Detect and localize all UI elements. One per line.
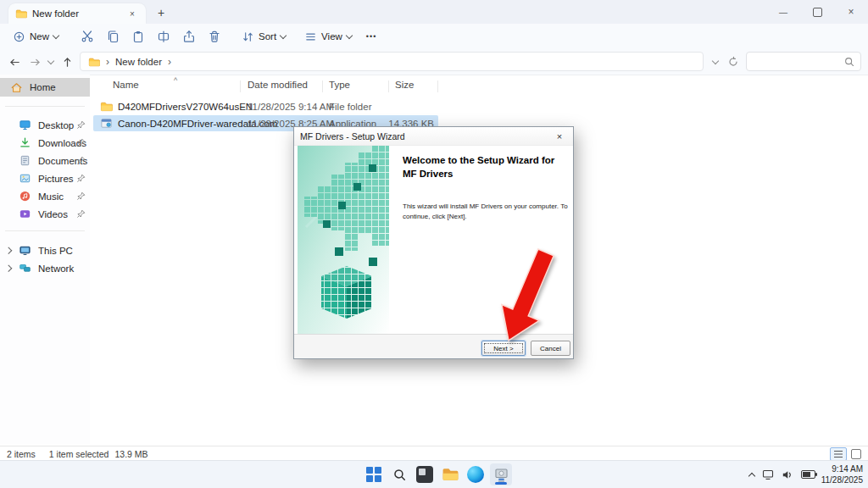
clock-time: 9:14 AM bbox=[821, 463, 863, 474]
column-header-type[interactable]: Type bbox=[329, 80, 350, 90]
setup-wizard-app-icon bbox=[493, 467, 509, 483]
new-button[interactable]: New bbox=[7, 26, 64, 47]
share-button[interactable] bbox=[176, 26, 202, 47]
rename-button[interactable] bbox=[151, 26, 176, 47]
clock-date: 11/28/2025 bbox=[821, 474, 863, 485]
search-button[interactable] bbox=[388, 463, 410, 485]
close-button[interactable]: × bbox=[834, 0, 868, 24]
chevron-right-icon[interactable] bbox=[5, 247, 12, 254]
chevron-right-icon[interactable] bbox=[5, 265, 12, 272]
sidebar-item-music[interactable]: Music bbox=[0, 187, 90, 205]
network-icon[interactable] bbox=[762, 469, 774, 480]
column-separator bbox=[240, 80, 241, 92]
setup-wizard-dialog: MF Drivers - Setup Wizard × bbox=[293, 126, 574, 359]
pin-icon bbox=[76, 156, 86, 167]
delete-button[interactable] bbox=[202, 26, 227, 47]
taskbar-center-icons bbox=[363, 463, 512, 485]
sidebar-divider bbox=[5, 106, 85, 107]
cut-button[interactable] bbox=[75, 26, 100, 47]
view-button-label: View bbox=[321, 31, 342, 42]
this-pc-icon bbox=[19, 244, 31, 257]
items-count: 2 items bbox=[7, 449, 36, 459]
chevron-down-icon bbox=[280, 31, 287, 38]
file-explorer-button[interactable] bbox=[439, 463, 461, 485]
recent-locations-button[interactable] bbox=[44, 53, 58, 71]
column-headers: Name ^ Date modified Type Size bbox=[93, 78, 868, 95]
up-button[interactable] bbox=[58, 53, 76, 71]
tray-chevron-up-icon[interactable] bbox=[748, 472, 755, 479]
sidebar-item-this-pc[interactable]: This PC bbox=[0, 241, 90, 259]
photos-app-button[interactable] bbox=[414, 463, 436, 485]
column-separator bbox=[437, 80, 438, 92]
start-button[interactable] bbox=[363, 463, 385, 485]
file-row[interactable]: D420MFDriversV270W64usEN 11/28/2025 9:14… bbox=[93, 98, 438, 114]
explorer-toolbar: New Sort bbox=[0, 24, 868, 50]
sidebar-item-home[interactable]: Home bbox=[0, 78, 90, 97]
search-input[interactable] bbox=[746, 52, 861, 71]
taskbar-clock[interactable]: 9:14 AM 11/28/2025 bbox=[821, 463, 863, 485]
edge-button[interactable] bbox=[465, 463, 487, 485]
sidebar-item-documents[interactable]: Documents bbox=[0, 152, 90, 169]
sidebar-item-videos[interactable]: Videos bbox=[0, 205, 90, 223]
refresh-icon bbox=[727, 56, 739, 68]
scissors-icon bbox=[81, 30, 94, 43]
dialog-footer: Next > Cancel bbox=[294, 334, 573, 358]
tab-title: New folder bbox=[32, 8, 120, 19]
sidebar-item-label: Network bbox=[38, 263, 74, 274]
dialog-close-button[interactable]: × bbox=[552, 130, 567, 143]
desktop-icon bbox=[19, 119, 31, 131]
refresh-button[interactable] bbox=[724, 53, 743, 71]
explorer-tab[interactable]: New folder × bbox=[8, 3, 146, 24]
forward-button[interactable] bbox=[25, 53, 44, 71]
photos-app-icon bbox=[416, 466, 433, 483]
wizard-artwork bbox=[298, 146, 389, 334]
new-button-label: New bbox=[30, 31, 49, 42]
details-view-icon bbox=[833, 450, 843, 458]
battery-icon[interactable] bbox=[801, 470, 815, 479]
column-header-size[interactable]: Size bbox=[395, 80, 414, 90]
details-view-button[interactable] bbox=[830, 447, 847, 461]
view-button[interactable]: View bbox=[298, 26, 358, 47]
sidebar-item-downloads[interactable]: Downloads bbox=[0, 134, 90, 152]
breadcrumb-location[interactable]: New folder bbox=[115, 57, 162, 67]
sort-button[interactable]: Sort bbox=[236, 26, 292, 47]
home-icon bbox=[10, 81, 23, 94]
sidebar-item-network[interactable]: Network bbox=[0, 259, 90, 277]
column-header-name[interactable]: Name bbox=[113, 80, 139, 90]
dialog-titlebar[interactable]: MF Drivers - Setup Wizard × bbox=[294, 127, 573, 146]
copy-icon bbox=[106, 30, 120, 43]
sidebar-item-pictures[interactable]: Pictures bbox=[0, 169, 90, 187]
folder-icon bbox=[100, 100, 113, 113]
breadcrumb-separator: › bbox=[168, 56, 171, 68]
view-lines-icon bbox=[304, 30, 317, 43]
icons-view-button[interactable] bbox=[851, 449, 861, 459]
window-controls: — × bbox=[766, 0, 868, 24]
sidebar-item-desktop[interactable]: Desktop bbox=[0, 116, 90, 134]
volume-icon[interactable] bbox=[782, 469, 793, 480]
arrow-up-icon bbox=[61, 56, 74, 69]
back-button[interactable] bbox=[5, 53, 24, 71]
tab-close-icon[interactable]: × bbox=[125, 7, 139, 20]
folder-icon bbox=[88, 56, 100, 68]
chevron-down-icon bbox=[47, 57, 54, 64]
folder-icon bbox=[15, 8, 27, 19]
minimize-button[interactable]: — bbox=[766, 0, 800, 24]
sidebar-item-label: Pictures bbox=[38, 174, 74, 184]
windows-start-icon bbox=[366, 467, 381, 482]
mf-setup-wizard-button[interactable] bbox=[490, 463, 512, 485]
paste-button[interactable] bbox=[125, 26, 151, 47]
address-dropdown-button[interactable] bbox=[709, 53, 722, 71]
new-tab-button[interactable]: + bbox=[153, 4, 170, 20]
sidebar-divider bbox=[5, 230, 85, 231]
copy-button[interactable] bbox=[100, 26, 125, 47]
cancel-button[interactable]: Cancel bbox=[531, 341, 570, 356]
column-header-date[interactable]: Date modified bbox=[248, 80, 308, 90]
maximize-icon bbox=[813, 8, 822, 17]
breadcrumb[interactable]: › New folder › bbox=[80, 52, 704, 71]
next-button[interactable]: Next > bbox=[481, 341, 526, 356]
maximize-button[interactable] bbox=[800, 0, 834, 24]
see-more-button[interactable]: ••• bbox=[366, 32, 376, 41]
chevron-down-icon bbox=[712, 57, 719, 64]
trash-icon bbox=[208, 30, 221, 43]
selection-size: 13.9 MB bbox=[114, 449, 147, 459]
